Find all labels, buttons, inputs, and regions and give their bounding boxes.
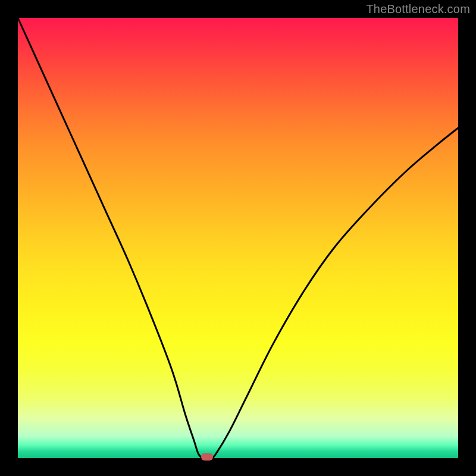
curve-svg [18,18,458,458]
bottleneck-curve [18,18,458,459]
watermark-text: TheBottleneck.com [366,2,470,16]
plot-area [18,18,458,458]
chart-frame: TheBottleneck.com [0,0,476,476]
optimum-marker [201,453,213,461]
